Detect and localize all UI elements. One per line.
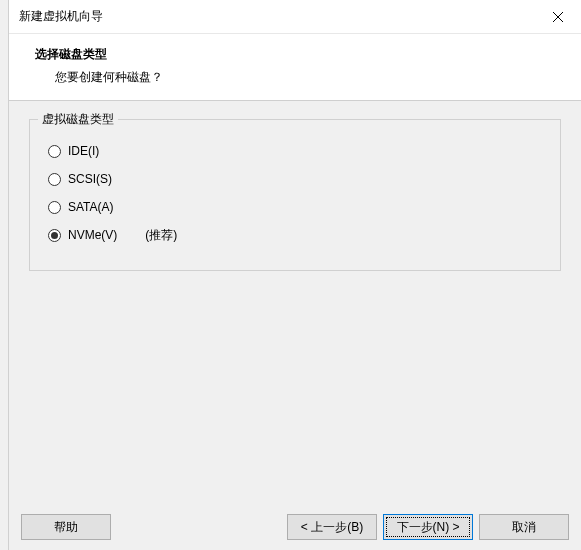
recommended-note: (推荐) bbox=[145, 227, 177, 244]
wizard-footer: 帮助 < 上一步(B) 下一步(N) > 取消 bbox=[9, 514, 581, 540]
back-button[interactable]: < 上一步(B) bbox=[287, 514, 377, 540]
radio-option-ide[interactable]: IDE(I) bbox=[48, 140, 546, 162]
radio-label: NVMe(V) bbox=[68, 228, 117, 242]
page-title: 选择磁盘类型 bbox=[27, 46, 563, 63]
titlebar: 新建虚拟机向导 bbox=[9, 0, 581, 34]
cancel-button[interactable]: 取消 bbox=[479, 514, 569, 540]
wizard-window: 新建虚拟机向导 选择磁盘类型 您要创建何种磁盘？ 虚拟磁盘类型 IDE(I) S… bbox=[8, 0, 581, 550]
disk-type-group: 虚拟磁盘类型 IDE(I) SCSI(S) SATA(A) NVMe(V) (推… bbox=[29, 119, 561, 271]
radio-option-nvme[interactable]: NVMe(V) (推荐) bbox=[48, 224, 546, 246]
next-button[interactable]: 下一步(N) > bbox=[383, 514, 473, 540]
radio-icon bbox=[48, 229, 61, 242]
radio-icon bbox=[48, 145, 61, 158]
radio-label: SATA(A) bbox=[68, 200, 114, 214]
window-title: 新建虚拟机向导 bbox=[19, 8, 103, 25]
radio-label: IDE(I) bbox=[68, 144, 99, 158]
radio-icon bbox=[48, 201, 61, 214]
radio-icon bbox=[48, 173, 61, 186]
wizard-header: 选择磁盘类型 您要创建何种磁盘？ bbox=[9, 34, 581, 101]
wizard-content: 虚拟磁盘类型 IDE(I) SCSI(S) SATA(A) NVMe(V) (推… bbox=[9, 101, 581, 289]
help-button[interactable]: 帮助 bbox=[21, 514, 111, 540]
close-button[interactable] bbox=[541, 4, 575, 30]
group-label: 虚拟磁盘类型 bbox=[38, 111, 118, 128]
radio-option-scsi[interactable]: SCSI(S) bbox=[48, 168, 546, 190]
radio-option-sata[interactable]: SATA(A) bbox=[48, 196, 546, 218]
close-icon bbox=[553, 12, 563, 22]
radio-label: SCSI(S) bbox=[68, 172, 112, 186]
page-subtitle: 您要创建何种磁盘？ bbox=[27, 69, 563, 86]
